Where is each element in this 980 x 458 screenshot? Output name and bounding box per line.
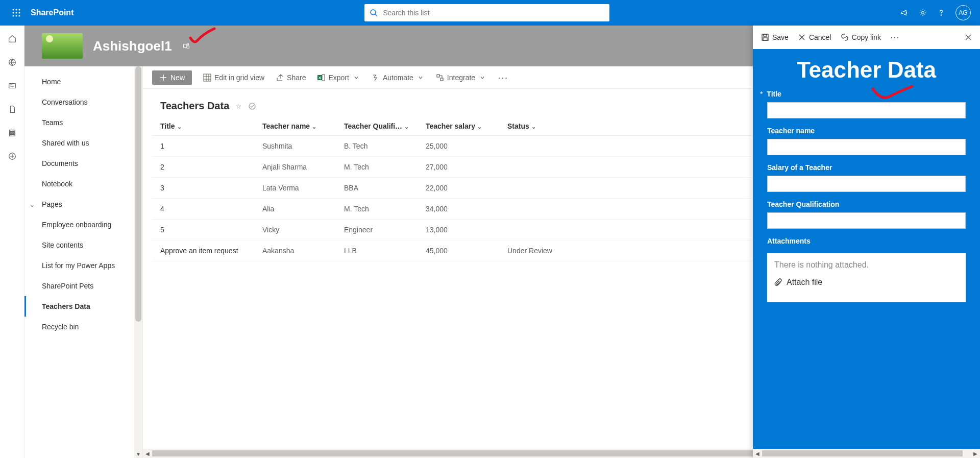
grid-icon [203, 74, 211, 82]
table-cell: Aakansha [254, 240, 336, 261]
col-teacher-qual[interactable]: Teacher Qualifi…⌄ [336, 117, 418, 136]
nav-item-label: Conversations [42, 98, 88, 106]
scroll-thumb[interactable] [152, 450, 848, 456]
chevron-down-icon [478, 74, 486, 82]
save-button[interactable]: Save [761, 33, 789, 41]
copy-link-button[interactable]: Copy link [841, 33, 881, 41]
edit-grid-label: Edit in grid view [214, 74, 264, 82]
qualification-input[interactable] [767, 212, 966, 229]
settings-icon[interactable] [919, 9, 927, 17]
cancel-button[interactable]: Cancel [798, 33, 831, 41]
chevron-down-icon [416, 74, 425, 82]
panel-horizontal-scrollbar[interactable]: ◀ ▶ [753, 449, 980, 458]
favorite-icon[interactable]: ☆ [235, 102, 242, 110]
svg-point-7 [16, 15, 17, 17]
new-button[interactable]: New [152, 70, 192, 85]
app-launcher-button[interactable] [6, 9, 27, 17]
chevron-down-icon: ⌄ [30, 201, 35, 208]
table-cell: Engineer [336, 220, 418, 240]
teacher-name-input[interactable] [767, 139, 966, 155]
nav-item-label: Home [42, 78, 61, 86]
share-button[interactable]: Share [276, 74, 306, 82]
info-icon[interactable] [248, 102, 256, 110]
nav-item-recycle-bin[interactable]: Recycle bin [24, 317, 134, 337]
chevron-down-icon: ⌄ [477, 124, 482, 130]
scroll-right-icon[interactable]: ▶ [971, 451, 980, 456]
panel-more-button[interactable]: ⋯ [890, 32, 900, 43]
nav-item-teachers-data[interactable]: Teachers Data [24, 296, 134, 317]
home-icon[interactable] [7, 34, 17, 44]
help-icon[interactable] [937, 9, 945, 17]
nav-item-label: Teams [42, 118, 63, 127]
nav-item-label: Shared with us [42, 139, 89, 147]
nav-item-site-contents[interactable]: Site contents [24, 235, 134, 255]
field-title-label: Title [767, 90, 966, 98]
scroll-left-icon[interactable]: ◀ [143, 451, 152, 456]
scroll-left-icon[interactable]: ◀ [753, 451, 762, 456]
flow-icon [372, 74, 380, 82]
nav-item-label: Documents [42, 159, 78, 167]
integrate-button[interactable]: Integrate [436, 74, 486, 82]
scroll-down-icon[interactable]: ▼ [134, 450, 142, 458]
nav-item-home[interactable]: Home [24, 71, 134, 92]
nav-item-employee-onboarding[interactable]: Employee onboarding [24, 214, 134, 235]
nav-item-label: List for my Power Apps [42, 261, 115, 270]
files-icon[interactable] [7, 104, 17, 114]
lists-icon[interactable] [7, 128, 17, 138]
table-cell: Vicky [254, 220, 336, 240]
nav-item-label: Employee onboarding [42, 221, 111, 229]
salary-input[interactable] [767, 176, 966, 192]
nav-item-shared-with-us[interactable]: Shared with us [24, 133, 134, 153]
export-button[interactable]: X Export [317, 74, 360, 82]
svg-point-4 [16, 12, 17, 14]
svg-point-9 [371, 10, 376, 15]
col-title[interactable]: Title⌄ [152, 117, 254, 136]
site-title[interactable]: Ashishgoel1 [93, 38, 172, 54]
site-logo[interactable] [42, 33, 83, 59]
svg-point-12 [941, 15, 941, 15]
more-commands-button[interactable]: ⋯ [498, 71, 509, 84]
nav-item-list-for-my-power-apps[interactable]: List for my Power Apps [24, 255, 134, 276]
create-icon[interactable] [7, 151, 17, 161]
close-panel-button[interactable] [965, 34, 972, 41]
title-input[interactable] [767, 102, 966, 118]
avatar-initials: AG [959, 9, 967, 16]
teams-icon[interactable] [182, 42, 190, 50]
plus-icon [159, 74, 167, 82]
share-label: Share [287, 74, 306, 82]
search-box[interactable] [364, 4, 609, 21]
nav-item-documents[interactable]: Documents [24, 153, 134, 174]
user-avatar[interactable]: AG [955, 5, 971, 20]
table-cell: 13,000 [418, 220, 499, 240]
field-attachments: Attachments [753, 233, 980, 253]
col-teacher-name[interactable]: Teacher name⌄ [254, 117, 336, 136]
col-teacher-salary[interactable]: Teacher salary⌄ [418, 117, 499, 136]
new-button-label: New [170, 74, 185, 82]
svg-rect-34 [322, 75, 325, 81]
search-input[interactable] [383, 9, 604, 17]
news-icon[interactable] [7, 81, 17, 91]
svg-rect-36 [440, 78, 443, 81]
nav-item-pages[interactable]: ⌄Pages [24, 194, 134, 214]
left-nav: HomeConversationsTeamsShared with usDocu… [24, 66, 143, 458]
cancel-label: Cancel [809, 33, 831, 41]
nav-item-label: Teachers Data [42, 302, 90, 310]
table-cell: Sushmita [254, 136, 336, 157]
new-item-panel: Save Cancel Copy link ⋯ Teacher D [753, 26, 980, 458]
globe-icon[interactable] [7, 57, 17, 67]
table-cell: 2 [152, 157, 254, 178]
scroll-thumb[interactable] [135, 66, 141, 322]
suite-header: SharePoint AG [0, 0, 980, 26]
nav-scrollbar[interactable]: ▲ ▼ [134, 66, 142, 458]
scroll-thumb[interactable] [762, 450, 963, 456]
megaphone-icon[interactable] [900, 9, 909, 17]
attach-file-button[interactable]: Attach file [774, 278, 959, 287]
nav-item-conversations[interactable]: Conversations [24, 92, 134, 112]
automate-button[interactable]: Automate [372, 74, 425, 82]
cancel-icon [798, 33, 806, 41]
brand-label[interactable]: SharePoint [31, 8, 74, 17]
nav-item-notebook[interactable]: Notebook [24, 174, 134, 194]
edit-grid-button[interactable]: Edit in grid view [203, 74, 264, 82]
nav-item-teams[interactable]: Teams [24, 112, 134, 133]
nav-item-sharepoint-pets[interactable]: SharePoint Pets [24, 276, 134, 296]
